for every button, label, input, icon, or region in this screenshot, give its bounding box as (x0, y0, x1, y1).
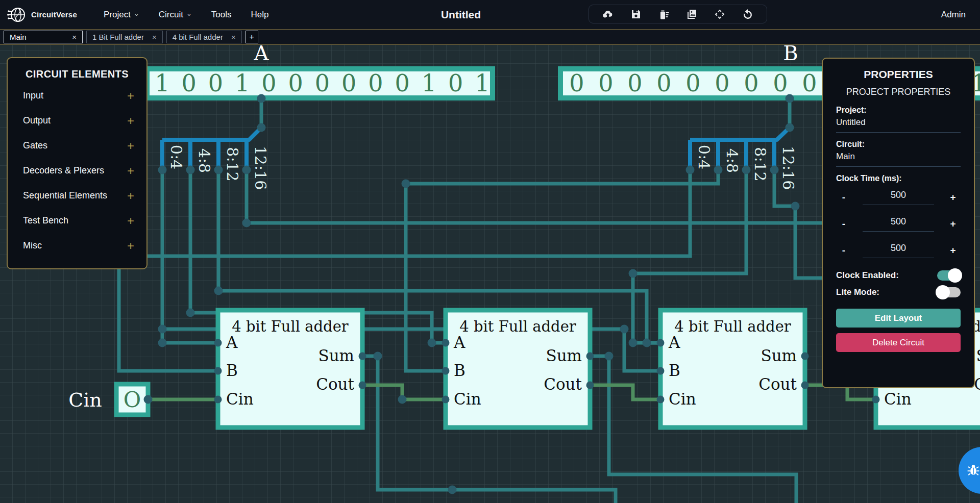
input-a-bit[interactable]: 1 (475, 69, 489, 97)
input-b-bit[interactable]: 0 (627, 69, 642, 97)
port-node[interactable] (801, 382, 809, 389)
port-node[interactable] (657, 339, 665, 347)
port-node[interactable] (359, 382, 366, 389)
port-node[interactable] (359, 353, 366, 360)
element-category-sequential-elements[interactable]: Sequential Elements+ (8, 183, 146, 208)
port-node[interactable] (442, 396, 450, 404)
input-b-bit[interactable]: 0 (773, 69, 788, 97)
tab-close-icon[interactable]: × (72, 33, 77, 41)
expand-plus-icon[interactable]: + (127, 214, 134, 228)
cloud-upload-icon[interactable] (602, 8, 614, 20)
wire-node[interactable] (158, 339, 167, 347)
port-node[interactable] (442, 367, 450, 375)
wire-node[interactable] (402, 180, 410, 188)
decrement-button[interactable]: - (836, 192, 851, 203)
element-category-misc[interactable]: Misc+ (8, 233, 146, 258)
wire-node[interactable] (158, 325, 167, 334)
input-a-bit[interactable]: 0 (341, 69, 356, 97)
clock-time-value[interactable]: 500 (891, 216, 906, 227)
input-b-bit[interactable]: 0 (802, 69, 817, 97)
input-b-bit[interactable]: 0 (598, 69, 613, 97)
port-node[interactable] (214, 396, 222, 404)
wire-node[interactable] (448, 486, 457, 494)
project-title[interactable]: Untitled (441, 9, 481, 21)
decrement-button[interactable]: - (836, 218, 851, 230)
port-node[interactable] (214, 339, 222, 347)
add-circuit-button[interactable]: + (246, 31, 258, 43)
user-menu[interactable]: Admin (941, 10, 966, 20)
wire-node[interactable] (791, 202, 800, 211)
save-icon[interactable] (630, 8, 642, 20)
wire-node[interactable] (770, 166, 779, 174)
wire-node[interactable] (629, 339, 638, 347)
tab-1-bit-full-adder[interactable]: 1 Bit Full adder× (86, 31, 163, 43)
input-b-bit[interactable]: 0 (656, 69, 671, 97)
input-a-bit[interactable]: 0 (261, 69, 276, 97)
element-category-test-bench[interactable]: Test Bench+ (8, 208, 146, 233)
input-a-bit[interactable]: 0 (288, 69, 303, 97)
wire-node[interactable] (643, 339, 651, 347)
port-node[interactable] (214, 367, 222, 375)
increment-button[interactable]: + (945, 218, 961, 230)
toggle-switch[interactable] (937, 287, 961, 297)
element-category-decoders-plexers[interactable]: Decoders & Plexers+ (8, 158, 146, 183)
toggle-switch[interactable] (937, 270, 961, 281)
menu-tools[interactable]: Tools (211, 10, 232, 20)
input-a-bit[interactable]: 0 (182, 69, 197, 97)
input-b-bit[interactable]: 0 (715, 69, 729, 97)
wire-node[interactable] (398, 395, 407, 404)
wire-node[interactable] (714, 166, 723, 174)
input-a-bit[interactable]: 0 (208, 69, 223, 97)
menu-help[interactable]: Help (251, 10, 269, 20)
increment-button[interactable]: + (945, 245, 961, 256)
port-node[interactable] (801, 353, 809, 360)
input-b-bit[interactable]: 0 (569, 69, 584, 97)
input-a-bit[interactable]: 0 (368, 69, 383, 97)
tab-main[interactable]: Main× (4, 31, 83, 43)
wire-node[interactable] (242, 166, 251, 174)
tab-close-icon[interactable]: × (152, 33, 157, 41)
tab-close-icon[interactable]: × (231, 33, 236, 41)
wire-node[interactable] (629, 269, 638, 278)
undo-icon[interactable] (742, 8, 754, 20)
expand-plus-icon[interactable]: + (127, 239, 134, 253)
tab-4-bit-full-adder[interactable]: 4 bit Full adder× (166, 31, 242, 43)
edit-layout-button[interactable]: Edit Layout (836, 309, 961, 328)
menu-project[interactable]: Project⌄ (104, 10, 139, 20)
input-a-bit[interactable]: 1 (155, 69, 169, 97)
wire-node[interactable] (686, 166, 695, 174)
delete-circuit-button[interactable]: Delete Circuit (836, 333, 961, 352)
port-node[interactable] (586, 353, 594, 360)
project-value[interactable]: Untitled (836, 117, 961, 128)
wire-node[interactable] (186, 166, 195, 174)
wire-node[interactable] (786, 94, 794, 103)
cin-input-value[interactable]: O (124, 387, 141, 412)
wire-node[interactable] (214, 166, 223, 174)
decrement-button[interactable]: - (836, 245, 851, 256)
wire-node[interactable] (742, 166, 751, 174)
wire-node[interactable] (605, 352, 614, 361)
element-category-input[interactable]: Input+ (8, 83, 146, 108)
input-a-bit[interactable]: 1 (422, 69, 436, 97)
port-node[interactable] (872, 396, 880, 404)
input-a-bit[interactable]: 0 (448, 69, 463, 97)
input-a-bit[interactable]: 1 (235, 69, 250, 97)
port-node[interactable] (657, 367, 665, 375)
input-a-bit[interactable]: 0 (395, 69, 410, 97)
wire-node[interactable] (242, 219, 251, 228)
image-export-icon[interactable] (685, 8, 698, 20)
wire-node[interactable] (158, 166, 167, 174)
wire-node[interactable] (186, 309, 195, 317)
expand-plus-icon[interactable]: + (127, 189, 134, 203)
clock-time-value[interactable]: 500 (891, 190, 906, 200)
port-node[interactable] (442, 339, 450, 347)
clock-time-value[interactable]: 500 (891, 243, 906, 253)
wire-node[interactable] (620, 325, 629, 334)
wire-node[interactable] (257, 94, 266, 103)
circuit-value[interactable]: Main (836, 152, 961, 162)
input-b-bit[interactable]: 0 (744, 69, 758, 97)
input-a-bit[interactable]: 0 (315, 69, 330, 97)
wire-node[interactable] (257, 123, 266, 132)
fit-screen-icon[interactable] (714, 8, 726, 20)
port-node[interactable] (657, 396, 665, 404)
